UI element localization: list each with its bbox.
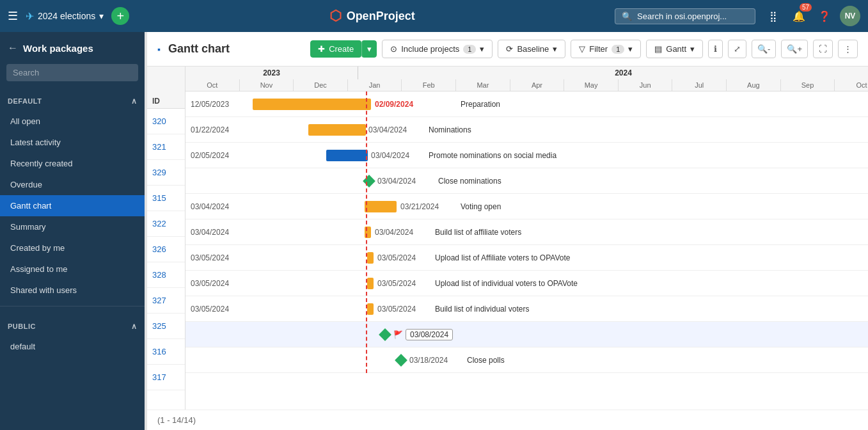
sidebar-public-header[interactable]: PUBLIC ∧ <box>0 317 145 336</box>
task-label-326: Build list of affiliate voters <box>435 228 521 237</box>
diamond-315 <box>363 175 375 187</box>
chart-rows-container: 12/05/2023 02/09/2024 Preparation 01/22/… <box>185 92 868 373</box>
month-aug-24: Aug <box>727 79 781 91</box>
project-selector[interactable]: ✈ 2024 elections ▾ <box>26 10 104 22</box>
plus-icon: ✚ <box>318 44 325 54</box>
chart-row-326: 03/04/2024 03/04/2024 Build list of affi… <box>185 219 868 245</box>
filter-count: 1 <box>612 45 624 54</box>
gantt-scroll[interactable]: ID 320 321 329 315 322 326 328 327 325 3… <box>147 67 868 410</box>
global-search[interactable]: 🔍 Search in osi.openproj... <box>615 8 755 24</box>
id-cell-328[interactable]: 328 <box>147 262 185 288</box>
sidebar-item-latest-activity[interactable]: Latest activity <box>0 132 145 153</box>
sidebar-item-created-by-me[interactable]: Created by me <box>0 237 145 259</box>
include-projects-count: 1 <box>463 45 476 54</box>
bar-322[interactable] <box>365 201 397 212</box>
zoom-out-button[interactable]: 🔍- <box>752 40 776 58</box>
notifications-icon[interactable]: 🔔 57 <box>789 6 809 26</box>
bar-321[interactable] <box>308 124 366 136</box>
month-jan-24: Jan <box>348 79 402 91</box>
month-row: Oct Nov Dec Jan Feb Mar Apr May Jun Jul <box>185 79 868 91</box>
id-cell-325[interactable]: 325 <box>147 314 185 339</box>
id-cell-326[interactable]: 326 <box>147 237 185 262</box>
info-button[interactable]: ℹ <box>708 40 723 58</box>
id-cell-317[interactable]: 317 <box>147 365 185 390</box>
id-cell-316[interactable]: 316 <box>147 339 185 365</box>
chart-scroll[interactable]: 2023 2024 Oct Nov Dec Jan Feb Mar <box>185 67 868 410</box>
baseline-button[interactable]: ⟳ Baseline ▾ <box>498 40 565 58</box>
id-cell-329[interactable]: 329 <box>147 160 185 186</box>
milestone-date-316: 03/08/2024 <box>406 329 453 340</box>
sidebar-back-icon[interactable]: ← <box>8 42 18 54</box>
sidebar-item-label: Summary <box>10 222 46 232</box>
id-cell-321[interactable]: 321 <box>147 134 185 160</box>
include-projects-button[interactable]: ⊙ Include projects 1 ▾ <box>382 40 493 58</box>
fullscreen-button[interactable]: ⛶ <box>813 40 833 58</box>
bar-325[interactable] <box>367 303 374 315</box>
collapse-button[interactable]: ⤢ <box>728 40 746 58</box>
projects-icon: ⊙ <box>390 44 397 54</box>
sidebar-item-gantt-chart[interactable]: Gantt chart <box>0 195 145 216</box>
add-button[interactable]: + <box>111 7 129 25</box>
sidebar-default-header[interactable]: DEFAULT ∧ <box>0 92 145 111</box>
id-cell-322[interactable]: 322 <box>147 211 185 237</box>
baseline-icon: ⟳ <box>506 44 513 54</box>
sidebar-item-all-open[interactable]: All open <box>0 111 145 132</box>
end-date-322: 03/21/2024 <box>400 202 439 211</box>
chart-inner: 2023 2024 Oct Nov Dec Jan Feb Mar <box>185 67 868 373</box>
end-date-326: 03/04/2024 <box>375 228 413 237</box>
more-button[interactable]: ⋮ <box>838 40 858 58</box>
chart-row-327: 03/05/2024 03/05/2024 Upload list of ind… <box>185 271 868 296</box>
gantt-title-icon: ▪ <box>157 44 161 54</box>
end-date-327: 03/05/2024 <box>377 279 416 288</box>
filter-button[interactable]: ▽ Filter 1 ▾ <box>571 40 641 58</box>
chart-row-325: 03/05/2024 03/05/2024 Build list of indi… <box>185 296 868 322</box>
topbar-icons: ⣿ 🔔 57 ❓ NV <box>763 6 860 26</box>
grid-icon: ⣿ <box>769 10 777 22</box>
id-cell-315[interactable]: 315 <box>147 186 185 211</box>
bar-326[interactable] <box>365 227 371 238</box>
logo: ⬡ OpenProject <box>329 8 415 24</box>
sidebar-item-summary[interactable]: Summary <box>0 216 145 237</box>
bar-328[interactable] <box>367 252 374 264</box>
apps-icon[interactable]: ⣿ <box>763 6 784 26</box>
create-arrow-icon: ▾ <box>367 44 372 54</box>
sidebar-item-shared-with-users[interactable]: Shared with users <box>0 280 145 301</box>
sidebar-item-label: All open <box>10 116 40 126</box>
start-date-325: 03/05/2024 <box>191 305 229 314</box>
gantt-icon: ▤ <box>654 44 662 54</box>
diamond-317 <box>395 354 407 367</box>
user-avatar[interactable]: NV <box>840 6 860 26</box>
month-jun-24: Jun <box>619 79 673 91</box>
bar-327[interactable] <box>367 278 374 289</box>
sidebar-item-assigned-to-me[interactable]: Assigned to me <box>0 259 145 280</box>
create-button[interactable]: ✚ Create <box>310 40 361 58</box>
gantt-arrow: ▾ <box>690 44 695 54</box>
year-2024: 2024 <box>358 67 868 79</box>
collapse-icon: ⤢ <box>734 44 741 54</box>
sidebar-item-default[interactable]: default <box>0 336 145 357</box>
menu-icon[interactable]: ☰ <box>8 9 18 23</box>
sidebar-item-label: Overdue <box>10 180 42 189</box>
month-sep-24: Sep <box>781 79 835 91</box>
start-date-321: 01/22/2024 <box>191 125 229 134</box>
search-icon: 🔍 <box>622 12 632 21</box>
zoom-in-button[interactable]: 🔍+ <box>781 40 808 58</box>
gantt-view-button[interactable]: ▤ Gantt ▾ <box>646 40 703 58</box>
logo-text: OpenProject <box>347 10 415 23</box>
sidebar-item-label: default <box>10 342 35 351</box>
question-icon: ❓ <box>818 10 831 22</box>
create-button-group: ✚ Create ▾ <box>310 40 377 58</box>
create-dropdown-button[interactable]: ▾ <box>361 40 377 58</box>
id-cell-320[interactable]: 320 <box>147 109 185 134</box>
bar-320[interactable] <box>253 99 371 110</box>
sidebar-item-recently-created[interactable]: Recently created <box>0 153 145 174</box>
page-title: Gantt chart <box>168 42 230 56</box>
sidebar-item-label: Created by me <box>10 243 65 253</box>
sidebar-item-overdue[interactable]: Overdue <box>0 174 145 195</box>
bar-329[interactable] <box>326 150 368 161</box>
end-date-329: 03/04/2024 <box>371 151 409 160</box>
id-cell-327[interactable]: 327 <box>147 288 185 314</box>
help-icon[interactable]: ❓ <box>814 6 835 26</box>
sidebar-search-input[interactable] <box>6 64 138 81</box>
chart-row-321: 01/22/2024 03/04/2024 Nominations <box>185 117 868 143</box>
